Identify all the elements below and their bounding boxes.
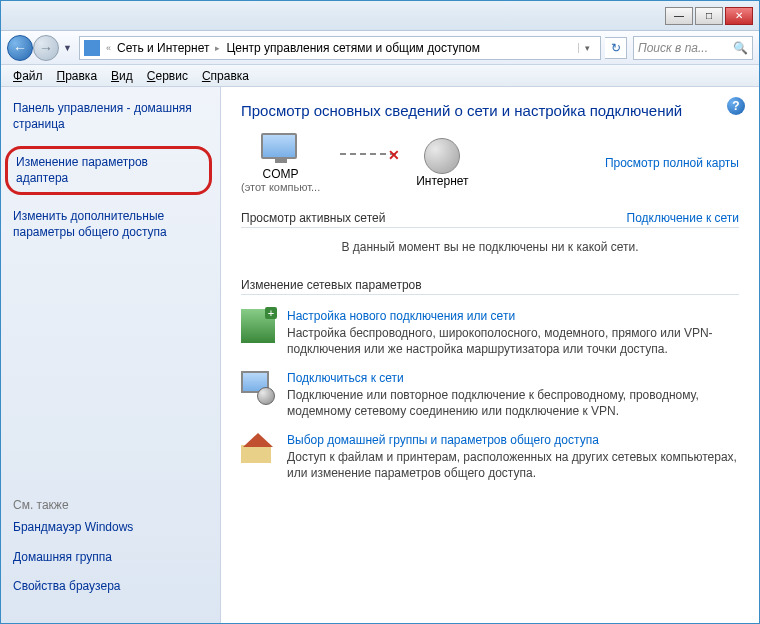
change-settings-section: Изменение сетевых параметров Настройка н… [241, 278, 739, 482]
task-connect[interactable]: Подключиться к сети Подключение или повт… [241, 371, 739, 419]
refresh-button[interactable]: ↻ [605, 37, 627, 59]
map-internet-label: Интернет [416, 174, 468, 188]
new-connection-icon [241, 309, 275, 343]
computer-icon [261, 133, 301, 167]
connection-line: ✕ [340, 153, 396, 155]
sidebar: Панель управления - домашняя страница Из… [1, 87, 221, 623]
window: — □ ✕ ← → ▼ « Сеть и Интернет ▸ Центр уп… [0, 0, 760, 624]
page-title: Просмотр основных сведений о сети и наст… [241, 101, 739, 121]
nav-history-dropdown[interactable]: ▼ [63, 43, 75, 53]
task-new-connection[interactable]: Настройка нового подключения или сети На… [241, 309, 739, 357]
sidebar-adapter-link[interactable]: Изменение параметров адаптера [5, 146, 212, 195]
breadcrumb[interactable]: « Сеть и Интернет ▸ Центр управления сет… [79, 36, 601, 60]
breadcrumb-item[interactable]: Центр управления сетями и общим доступом [226, 41, 480, 55]
search-input[interactable]: Поиск в па... 🔍 [633, 36, 753, 60]
network-map: COMP (этот компьют... ✕ Интернет Просмот… [241, 133, 739, 193]
forward-button[interactable]: → [33, 35, 59, 61]
chevron-right-icon: ▸ [213, 43, 222, 53]
change-settings-title: Изменение сетевых параметров [241, 278, 422, 292]
control-panel-icon [84, 40, 100, 56]
help-icon[interactable]: ? [727, 97, 745, 115]
sidebar-homegroup-link[interactable]: Домашняя группа [13, 550, 208, 566]
globe-icon [424, 138, 460, 174]
task-desc: Подключение или повторное подключение к … [287, 387, 739, 419]
nav-arrows: ← → [7, 35, 59, 61]
search-icon: 🔍 [733, 41, 748, 55]
connect-icon [241, 371, 275, 405]
navbar: ← → ▼ « Сеть и Интернет ▸ Центр управлен… [1, 31, 759, 65]
full-map-link[interactable]: Просмотр полной карты [605, 156, 739, 170]
chevron-icon: « [104, 43, 113, 53]
titlebar: — □ ✕ [1, 1, 759, 31]
map-this-computer: COMP (этот компьют... [241, 133, 320, 193]
task-desc: Настройка беспроводного, широкополосного… [287, 325, 739, 357]
menu-view[interactable]: Вид [105, 67, 139, 85]
task-title[interactable]: Подключиться к сети [287, 371, 739, 385]
back-button[interactable]: ← [7, 35, 33, 61]
close-button[interactable]: ✕ [725, 7, 753, 25]
task-homegroup[interactable]: Выбор домашней группы и параметров общег… [241, 433, 739, 481]
breadcrumb-item[interactable]: Сеть и Интернет [117, 41, 209, 55]
active-networks-message: В данный момент вы не подключены ни к ка… [241, 234, 739, 260]
homegroup-icon [241, 433, 275, 467]
menu-help[interactable]: Справка [196, 67, 255, 85]
task-title[interactable]: Выбор домашней группы и параметров общег… [287, 433, 739, 447]
search-placeholder: Поиск в па... [638, 41, 708, 55]
connect-network-link[interactable]: Подключение к сети [627, 211, 739, 225]
task-desc: Доступ к файлам и принтерам, расположенн… [287, 449, 739, 481]
sidebar-sharing-link[interactable]: Изменить дополнительные параметры общего… [13, 209, 208, 240]
menu-service[interactable]: Сервис [141, 67, 194, 85]
menu-file[interactable]: Файл [7, 67, 49, 85]
task-title[interactable]: Настройка нового подключения или сети [287, 309, 739, 323]
maximize-button[interactable]: □ [695, 7, 723, 25]
breadcrumb-dropdown[interactable]: ▾ [578, 43, 596, 53]
content: Панель управления - домашняя страница Из… [1, 87, 759, 623]
main-pane: ? Просмотр основных сведений о сети и на… [221, 87, 759, 623]
active-networks-section: Просмотр активных сетей Подключение к се… [241, 211, 739, 260]
map-internet: Интернет [416, 138, 468, 188]
menu-edit[interactable]: Правка [51, 67, 104, 85]
disconnected-icon: ✕ [388, 147, 400, 163]
active-networks-title: Просмотр активных сетей [241, 211, 385, 225]
map-comp-sublabel: (этот компьют... [241, 181, 320, 193]
menubar: Файл Правка Вид Сервис Справка [1, 65, 759, 87]
map-comp-label: COMP [263, 167, 299, 181]
minimize-button[interactable]: — [665, 7, 693, 25]
sidebar-seealso-label: См. также [13, 498, 208, 512]
sidebar-browser-link[interactable]: Свойства браузера [13, 579, 208, 595]
sidebar-home-link[interactable]: Панель управления - домашняя страница [13, 101, 208, 132]
sidebar-spacer [13, 255, 208, 499]
sidebar-firewall-link[interactable]: Брандмауэр Windows [13, 520, 208, 536]
